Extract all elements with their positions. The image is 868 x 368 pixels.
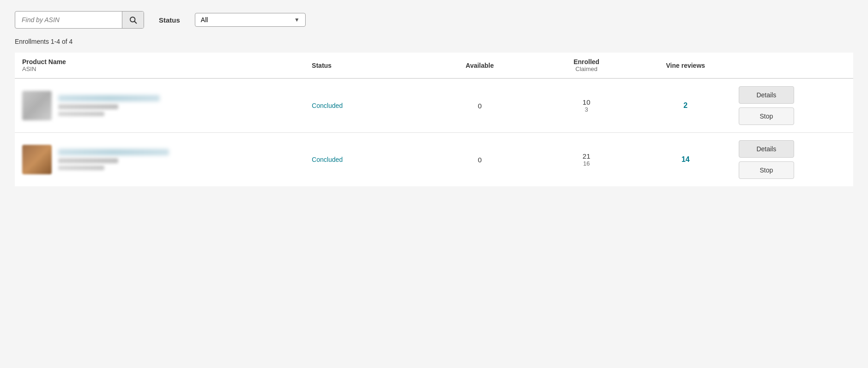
- available-cell-1: 0: [426, 78, 533, 133]
- summary-range: 1-4: [51, 38, 60, 45]
- svg-line-1: [135, 22, 137, 24]
- vine-reviews-cell-2: 14: [640, 133, 731, 187]
- actions-cell-2: Details Stop: [731, 133, 853, 187]
- details-button-1[interactable]: Details: [739, 86, 794, 104]
- col-header-enrolled: Enrolled Claimed: [533, 53, 640, 78]
- enrolled-cell-2: 21 16: [533, 133, 640, 187]
- product-asin-blurred-1: [58, 104, 118, 109]
- search-input[interactable]: [15, 12, 122, 28]
- actions-cell-1: Details Stop: [731, 78, 853, 133]
- product-info-1: [58, 95, 297, 116]
- enrollment-table: Product Name ASIN Status Available Enrol…: [15, 53, 853, 186]
- col-header-vine-reviews: Vine reviews: [640, 53, 731, 78]
- status-select-wrapper[interactable]: All Active Concluded Paused ▼: [195, 13, 306, 27]
- status-label: Status: [159, 16, 180, 24]
- product-name-blurred-1: [58, 95, 160, 101]
- toolbar: Status All Active Concluded Paused ▼: [15, 11, 853, 29]
- product-thumbnail-2: [22, 145, 52, 174]
- enrollments-summary: Enrollments 1-4 of 4: [15, 38, 853, 45]
- available-cell-2: 0: [426, 133, 533, 187]
- table-header-row: Product Name ASIN Status Available Enrol…: [15, 53, 853, 78]
- status-select[interactable]: All Active Concluded Paused: [201, 16, 290, 24]
- chevron-down-icon: ▼: [294, 17, 300, 23]
- status-cell-2: Concluded: [304, 133, 426, 187]
- stop-button-2[interactable]: Stop: [739, 161, 794, 179]
- col-header-status: Status: [304, 53, 426, 78]
- search-wrapper: [15, 11, 144, 29]
- col-header-product: Product Name ASIN: [15, 53, 304, 78]
- summary-total: 4: [69, 38, 73, 45]
- table-row: Concluded 0 21 16 14 Details Stop: [15, 133, 853, 187]
- product-info-2: [58, 149, 297, 170]
- vine-reviews-cell-1: 2: [640, 78, 731, 133]
- product-thumbnail-1: [22, 91, 52, 120]
- enrolled-cell-1: 10 3: [533, 78, 640, 133]
- product-asin-blurred-2: [58, 158, 118, 163]
- svg-point-0: [130, 17, 135, 22]
- summary-prefix: Enrollments: [15, 38, 51, 45]
- col-header-available: Available: [426, 53, 533, 78]
- col-header-actions: [731, 53, 853, 78]
- product-extra-blurred-2: [58, 166, 104, 170]
- table-row: Concluded 0 10 3 2 Details Stop: [15, 78, 853, 133]
- search-button[interactable]: [122, 12, 144, 28]
- stop-button-1[interactable]: Stop: [739, 107, 794, 125]
- details-button-2[interactable]: Details: [739, 140, 794, 158]
- search-icon: [129, 16, 137, 24]
- status-cell-1: Concluded: [304, 78, 426, 133]
- summary-connector: of: [60, 38, 69, 45]
- product-cell-2: [15, 133, 304, 187]
- product-cell-1: [15, 78, 304, 133]
- product-extra-blurred-1: [58, 112, 104, 116]
- product-name-blurred-2: [58, 149, 169, 155]
